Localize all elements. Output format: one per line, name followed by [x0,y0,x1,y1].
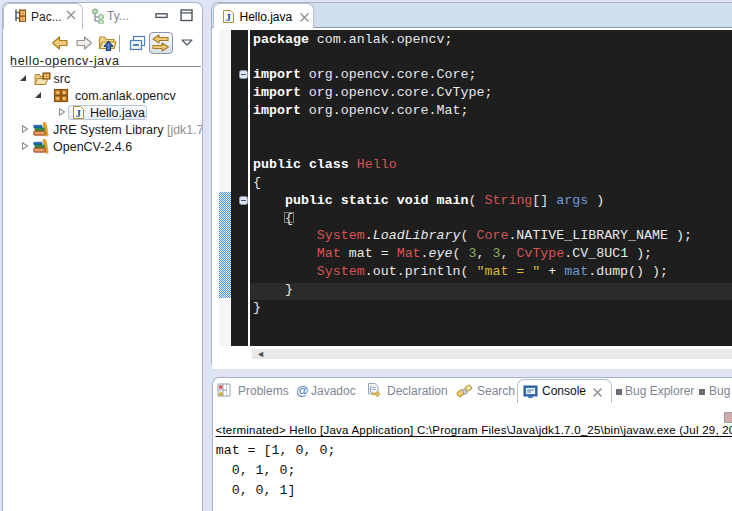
svg-text:J: J [225,11,231,23]
svg-text:J: J [76,107,82,119]
svg-text:(=: (= [370,385,376,393]
